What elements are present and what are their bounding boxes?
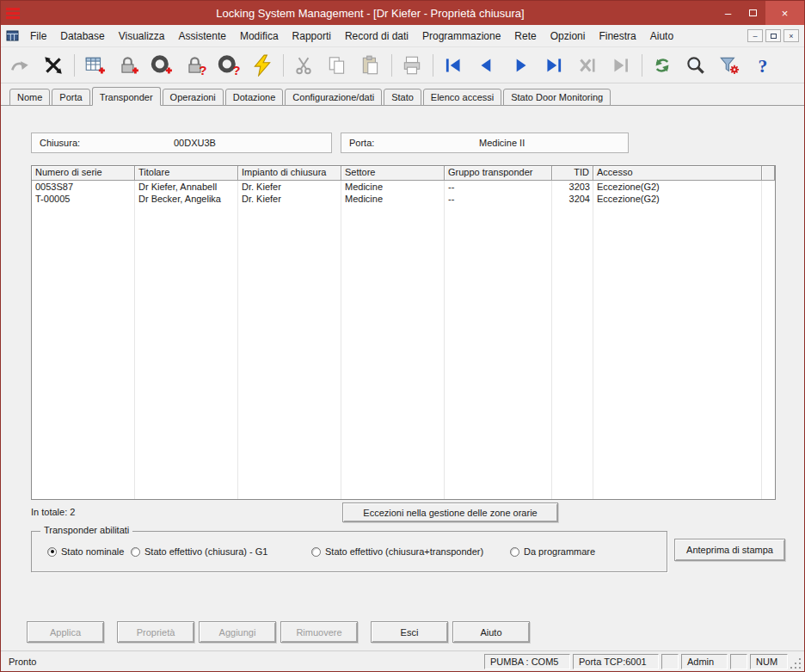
menu-visualizza[interactable]: Visualizza xyxy=(112,26,172,46)
program-icon[interactable] xyxy=(249,52,276,79)
menu-modifica[interactable]: Modifica xyxy=(233,26,286,46)
cell-tid: 3204 xyxy=(552,193,593,205)
tab-stato[interactable]: Stato xyxy=(384,89,421,106)
status-com-port: PUMBA : COM5 xyxy=(484,654,570,669)
search-icon[interactable] xyxy=(682,52,710,79)
time-zone-exceptions-button[interactable]: Eccezioni nella gestione delle zone orar… xyxy=(342,502,558,522)
transponder-table: Numero di serie Titolare Impianto di chi… xyxy=(31,165,776,500)
mdi-window-controls: – × xyxy=(747,29,799,42)
refresh-icon[interactable] xyxy=(648,52,676,79)
menubar: File Database Visualizza Assistente Modi… xyxy=(1,25,804,47)
transfer-icon[interactable] xyxy=(6,52,34,79)
radio-label: Stato effettivo (chiusura) - G1 xyxy=(144,546,267,557)
mdi-minimize-button[interactable]: – xyxy=(747,29,763,42)
menu-file[interactable]: File xyxy=(23,26,53,46)
tab-content-transponder: Chiusura: 00DXU3B Porta: Medicine II Num… xyxy=(1,106,804,650)
next-record-icon[interactable] xyxy=(507,52,534,79)
filter-group-legend: Transponder abilitati xyxy=(40,525,132,535)
radio-stato-nominale[interactable]: Stato nominale xyxy=(47,546,124,557)
new-transponder-icon[interactable] xyxy=(148,52,175,79)
cell-serial: 0053S87 xyxy=(32,181,135,193)
mdi-restore-button[interactable] xyxy=(765,29,781,42)
skip-record-icon[interactable] xyxy=(607,52,635,79)
column-header-accesso[interactable]: Accesso xyxy=(593,166,762,181)
radio-stato-effettivo-chiusura-g1[interactable]: Stato effettivo (chiusura) - G1 xyxy=(131,546,267,557)
radio-stato-effettivo-chiusura-transponder[interactable]: Stato effettivo (chiusura+transponder) xyxy=(311,546,483,557)
mdi-close-button[interactable]: × xyxy=(783,29,799,42)
cell-tid: 3203 xyxy=(552,181,593,193)
table-body: 0053S87 Dr Kiefer, Annabell Dr. Kiefer M… xyxy=(32,181,775,499)
read-lock-icon[interactable]: ? xyxy=(181,52,209,79)
table-row[interactable]: 0053S87 Dr Kiefer, Annabell Dr. Kiefer M… xyxy=(32,181,775,193)
print-preview-button[interactable]: Anteprima di stampa xyxy=(674,539,785,561)
tab-porta[interactable]: Porta xyxy=(52,89,89,106)
menu-rapporti[interactable]: Rapporti xyxy=(286,26,338,46)
lock-field: Chiusura: 00DXU3B xyxy=(31,133,332,153)
exit-button[interactable]: Esci xyxy=(371,621,448,643)
cell-access: Eccezione(G2) xyxy=(593,181,762,193)
add-button[interactable]: Aggiungi xyxy=(199,621,276,643)
cancel-record-icon[interactable] xyxy=(574,52,601,79)
status-spacer xyxy=(661,654,679,669)
tab-dotazione[interactable]: Dotazione xyxy=(225,89,284,106)
menu-aiuto[interactable]: Aiuto xyxy=(643,26,680,46)
tab-nome[interactable]: Nome xyxy=(9,89,50,106)
column-header-impianto-di-chiusura[interactable]: Impianto di chiusura xyxy=(238,166,341,181)
column-header-tid[interactable]: TID xyxy=(552,166,593,181)
close-button[interactable]: × xyxy=(765,1,804,25)
titlebar: Locking System Management - [Dr Kiefer -… xyxy=(1,1,804,25)
properties-button[interactable]: Proprietà xyxy=(117,621,194,643)
first-record-icon[interactable] xyxy=(439,52,467,79)
remove-button[interactable]: Rimuovere xyxy=(280,621,358,643)
copy-icon[interactable] xyxy=(323,52,351,79)
previous-record-icon[interactable] xyxy=(473,52,501,79)
column-header-numero-di-serie[interactable]: Numero di serie xyxy=(32,166,135,181)
radio-label: Stato nominale xyxy=(61,546,124,557)
cell-area: Medicine xyxy=(341,181,445,193)
cell-owner: Dr Becker, Angelika xyxy=(135,193,238,205)
column-header-settore[interactable]: Settore xyxy=(341,166,445,181)
resize-grip-icon[interactable] xyxy=(790,658,802,670)
read-transponder-icon[interactable]: ? xyxy=(215,52,243,79)
radio-label: Stato effettivo (chiusura+transponder) xyxy=(325,546,483,557)
app-logo-icon xyxy=(6,4,25,22)
print-icon[interactable] xyxy=(398,52,426,79)
menu-assistente[interactable]: Assistente xyxy=(172,26,233,46)
menu-rete[interactable]: Rete xyxy=(507,26,543,46)
menu-programmazione[interactable]: Programmazione xyxy=(415,26,507,46)
door-field-value: Medicine II xyxy=(479,138,525,148)
maximize-button[interactable] xyxy=(740,1,765,25)
cell-transponder-group: -- xyxy=(445,193,552,205)
status-user: Admin xyxy=(681,654,728,669)
menu-finestra[interactable]: Finestra xyxy=(592,26,642,46)
new-locking-system-icon[interactable] xyxy=(81,52,108,79)
tab-stato-door-monitoring[interactable]: Stato Door Monitoring xyxy=(503,89,611,106)
tab-operazioni[interactable]: Operazioni xyxy=(163,89,224,106)
column-header-gruppo-transponder[interactable]: Gruppo transponder xyxy=(445,166,552,181)
toolbar: ? ? xyxy=(1,47,804,83)
table-row[interactable]: T-00005 Dr Becker, Angelika Dr. Kiefer M… xyxy=(32,193,775,205)
network-task-icon[interactable] xyxy=(40,52,67,79)
last-record-icon[interactable] xyxy=(540,52,568,79)
paste-icon[interactable] xyxy=(357,52,384,79)
tab-elenco-accessi[interactable]: Elenco accessi xyxy=(423,89,501,106)
filter-settings-icon[interactable] xyxy=(716,52,743,79)
menu-database[interactable]: Database xyxy=(53,26,111,46)
column-header-titolare[interactable]: Titolare xyxy=(135,166,238,181)
table-header: Numero di serie Titolare Impianto di chi… xyxy=(32,166,775,181)
help-button[interactable]: Aiuto xyxy=(452,621,530,643)
menu-opzioni[interactable]: Opzioni xyxy=(544,26,593,46)
menu-record-di-dati[interactable]: Record di dati xyxy=(338,26,415,46)
new-lock-icon[interactable] xyxy=(114,52,142,79)
minimize-button[interactable]: – xyxy=(716,1,740,25)
radio-icon xyxy=(311,547,321,557)
radio-da-programmare[interactable]: Da programmare xyxy=(510,546,595,557)
tab-configurazione-dati[interactable]: Configurazione/dati xyxy=(285,89,382,106)
svg-text:?: ? xyxy=(199,63,206,77)
apply-button[interactable]: Applica xyxy=(27,621,104,643)
help-icon[interactable]: ? xyxy=(749,52,777,79)
radio-icon xyxy=(131,547,140,557)
mdi-restore-icon xyxy=(771,34,777,39)
tab-transponder[interactable]: Transponder xyxy=(92,87,161,106)
cut-icon[interactable] xyxy=(290,52,317,79)
